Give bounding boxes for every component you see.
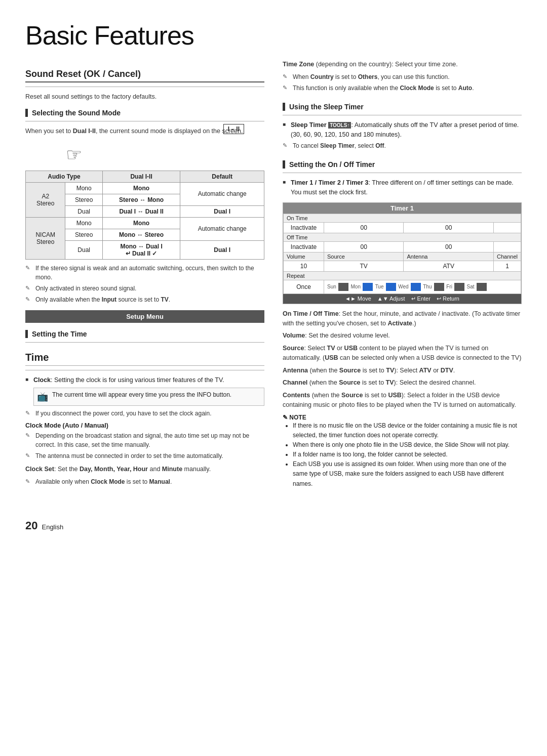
page-title: Basic Features bbox=[25, 20, 522, 51]
off-min: 00 bbox=[404, 241, 494, 252]
clock-mode-title: Clock Mode (Auto / Manual) bbox=[25, 422, 264, 429]
info-icon: 📺 bbox=[37, 391, 48, 402]
page-number: 20 bbox=[25, 519, 37, 532]
mode-dual1: Dual bbox=[65, 205, 102, 217]
hand-icon: ☞ bbox=[66, 144, 82, 165]
day-sun bbox=[338, 283, 348, 291]
timezone-note-1: When Country is set to Others, you can u… bbox=[283, 72, 522, 81]
nav-adjust: ▲▼ Adjust bbox=[377, 296, 405, 302]
sleep-timer-title: Using the Sleep Timer bbox=[283, 103, 522, 111]
clock-note-1: If you disconnect the power cord, you ha… bbox=[25, 409, 264, 418]
dual-dual1: Dual I ↔ Dual II bbox=[102, 205, 180, 217]
clock-mode-note-2: The antenna must be connected in order t… bbox=[25, 451, 264, 460]
nav-return: ↩ Return bbox=[437, 296, 459, 302]
table-header-default: Default bbox=[180, 171, 264, 182]
right-column: Time Zone (depending on the country): Se… bbox=[283, 60, 522, 489]
default-dual2: Dual I bbox=[180, 240, 264, 259]
timer-box: Timer 1 On Time Inactivate 00 00 Off Tim… bbox=[283, 202, 522, 304]
day-sat bbox=[477, 283, 487, 291]
sleep-timer-note: To cancel Sleep Timer, select Off. bbox=[283, 141, 522, 150]
channel-val: 1 bbox=[494, 261, 521, 271]
on-off-timer-bullet: Timer 1 / Timer 2 / Timer 3: Three diffe… bbox=[283, 178, 522, 197]
on-min: 00 bbox=[404, 222, 494, 233]
on-time-label: On Time bbox=[284, 214, 521, 222]
day-thu bbox=[434, 283, 444, 291]
dual-stereo2: Mono ↔ Stereo bbox=[102, 229, 180, 240]
sound-reset-title: Sound Reset (OK / Cancel) bbox=[25, 69, 264, 82]
sound-note-3: Only available when the Input source is … bbox=[25, 295, 264, 304]
day-fri bbox=[454, 283, 464, 291]
mode-stereo1: Stereo bbox=[65, 194, 102, 205]
source-desc: Source: Select TV or USB content to be p… bbox=[283, 344, 522, 363]
sound-mode-table: Audio Type Dual I-II Default A2Stereo Mo… bbox=[25, 171, 264, 260]
table-header-audio: Audio Type bbox=[26, 171, 103, 182]
info-box: 📺 The current time will appear every tim… bbox=[33, 388, 264, 406]
note-item-2: When there is only one photo file in the… bbox=[293, 440, 522, 450]
timer-nav-bar: ◄► Move ▲▼ Adjust ↵ Enter ↩ Return bbox=[283, 294, 521, 304]
group-nicam: NICAMStereo bbox=[26, 217, 65, 259]
page-language: English bbox=[42, 523, 63, 531]
sound-mode-title: Selecting the Sound Mode bbox=[25, 109, 264, 117]
volume-label: Volume bbox=[284, 252, 324, 261]
sound-note-2: Only activated in stereo sound signal. bbox=[25, 284, 264, 293]
default-automatic2: Automatic change bbox=[180, 217, 264, 240]
default-automatic1: Automatic change bbox=[180, 182, 264, 205]
clock-bullet: Clock: Setting the clock is for using va… bbox=[25, 375, 264, 385]
table-header-dual: Dual I-II bbox=[102, 171, 180, 182]
channel-label: Channel bbox=[494, 252, 521, 261]
sleep-timer-bullet: Sleep Timer TOOLS↑: Automatically shuts … bbox=[283, 120, 522, 140]
left-column: Sound Reset (OK / Cancel) Reset all soun… bbox=[25, 60, 264, 489]
note-label: ✎ NOTE bbox=[283, 414, 522, 421]
info-text: The current time will appear every time … bbox=[52, 391, 231, 398]
setting-time-title: Setting the Time bbox=[25, 330, 264, 338]
timezone-note-2: This function is only available when the… bbox=[283, 83, 522, 93]
day-wed bbox=[411, 283, 421, 291]
antenna-val: ATV bbox=[404, 261, 494, 271]
on-inactivate: Inactivate bbox=[284, 222, 324, 233]
time-subsection: Time bbox=[25, 352, 264, 366]
clock-set-note: Available only when Clock Mode is set to… bbox=[25, 477, 264, 486]
dual-mono2: Mono bbox=[102, 217, 180, 229]
day-tue bbox=[386, 283, 396, 291]
on-off-time-desc: On Time / Off Time: Set the hour, minute… bbox=[283, 309, 522, 328]
off-inactivate: Inactivate bbox=[284, 241, 324, 252]
repeat-days-cell: Sun Mon Tue Wed Thu Fri Sat bbox=[324, 280, 521, 293]
mode-dual2: Dual bbox=[65, 240, 102, 259]
timer-table: On Time Inactivate 00 00 Off Time Inacti… bbox=[283, 214, 521, 294]
dual-stereo1: Stereo ↔ Mono bbox=[102, 194, 180, 205]
antenna-desc: Antenna (when the Source is set to TV): … bbox=[283, 366, 522, 375]
on-off-timer-title: Setting the On / Off Timer bbox=[283, 160, 522, 169]
clock-set-desc: Clock Set: Set the Day, Month, Year, Hou… bbox=[25, 465, 264, 474]
mode-mono2: Mono bbox=[65, 217, 102, 229]
source-val: TV bbox=[324, 261, 404, 271]
page-footer: 20 English bbox=[25, 504, 522, 532]
dual-dual2: Mono ↔ Dual I↵ Dual II ✓ bbox=[102, 240, 180, 259]
mode-mono1: Mono bbox=[65, 182, 102, 194]
volume-val: 10 bbox=[284, 261, 324, 271]
timezone-desc: Time Zone (depending on the country): Se… bbox=[283, 60, 522, 69]
mode-stereo2: Stereo bbox=[65, 229, 102, 240]
sound-reset-desc: Reset all sound settings to the factory … bbox=[25, 92, 264, 102]
repeat-val: Once bbox=[284, 280, 324, 293]
channel-desc: Channel (when the Source is set to TV): … bbox=[283, 378, 522, 388]
group-a2: A2Stereo bbox=[26, 182, 65, 217]
day-mon bbox=[363, 283, 373, 291]
on-hour: 00 bbox=[324, 222, 404, 233]
source-label: Source bbox=[324, 252, 404, 261]
volume-desc: Volume: Set the desired volume level. bbox=[283, 331, 522, 341]
clock-mode-note-1: Depending on the broadcast station and s… bbox=[25, 431, 264, 449]
off-hour: 00 bbox=[324, 241, 404, 252]
default-dual1: Dual I bbox=[180, 205, 264, 217]
note-item-1: If there is no music file on the USB dev… bbox=[293, 421, 522, 440]
nav-move: ◄► Move bbox=[345, 296, 371, 302]
off-time-label: Off Time bbox=[284, 233, 521, 241]
repeat-label: Repeat bbox=[284, 271, 521, 280]
setup-menu-box: Setup Menu bbox=[25, 310, 264, 323]
note-item-4: Each USB you use is assigned its own fol… bbox=[293, 459, 522, 489]
nav-enter: ↵ Enter bbox=[411, 296, 431, 302]
dual-mono1: Mono bbox=[102, 182, 180, 194]
sound-note-1: If the stereo signal is weak and an auto… bbox=[25, 264, 264, 282]
notes-list: If there is no music file on the USB dev… bbox=[283, 421, 522, 489]
timer-title: Timer 1 bbox=[283, 203, 521, 214]
antenna-label: Antenna bbox=[404, 252, 494, 261]
